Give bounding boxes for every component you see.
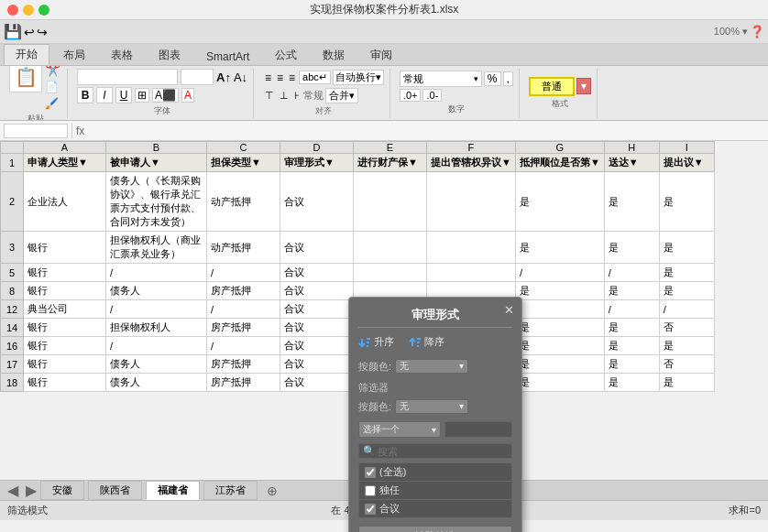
close-button[interactable] xyxy=(7,5,18,16)
cell-I[interactable]: 是 xyxy=(659,232,714,264)
cell-H[interactable]: 是 xyxy=(604,319,659,337)
cell-C[interactable]: / xyxy=(207,337,280,355)
sheet-tab-江苏省[interactable]: 江苏省 xyxy=(203,481,258,500)
cell-A[interactable]: 企业法人 xyxy=(24,172,106,232)
paste-button[interactable]: 📋 xyxy=(9,66,42,92)
cell-G[interactable]: 是 xyxy=(515,355,604,374)
condition-value[interactable] xyxy=(444,421,512,438)
tab-formula[interactable]: 公式 xyxy=(263,45,309,65)
font-color-button[interactable]: A xyxy=(181,88,194,103)
cell-D[interactable]: 合议 xyxy=(280,374,354,392)
add-sheet-button[interactable]: ⊕ xyxy=(259,482,285,500)
align-center[interactable]: ≡ xyxy=(275,70,285,86)
number-format-box[interactable]: 常规 ▾ xyxy=(400,71,482,87)
cell-G[interactable]: / xyxy=(515,300,604,319)
cell-B[interactable]: / xyxy=(106,337,207,355)
format-painter-button[interactable]: 🖌️ xyxy=(44,96,61,111)
cell-B[interactable]: / xyxy=(106,300,207,319)
cell-H[interactable]: 是 xyxy=(604,172,659,232)
cell-C[interactable]: 房产抵押 xyxy=(207,374,280,392)
comma-button[interactable]: , xyxy=(503,71,513,86)
tab-home[interactable]: 开始 xyxy=(4,44,49,65)
valign-middle[interactable]: ⊥ xyxy=(278,88,291,103)
cell-F[interactable] xyxy=(427,172,516,232)
cell-H[interactable]: / xyxy=(604,264,659,282)
cell-G[interactable]: 是 xyxy=(515,319,604,337)
cell-H[interactable]: 是 xyxy=(604,355,659,374)
sort-asc-button[interactable]: 升序 xyxy=(358,335,394,349)
cell-D[interactable]: 合议 xyxy=(280,355,354,374)
increase-decimal[interactable]: .0+ xyxy=(400,89,422,102)
cell-A[interactable]: 典当公司 xyxy=(24,300,106,319)
merge-button[interactable]: 合并▾ xyxy=(325,88,358,103)
cell-G[interactable]: 是 xyxy=(515,374,604,392)
cell-I[interactable]: 否 xyxy=(659,319,714,337)
sheet-nav-left[interactable]: ◀ xyxy=(4,482,22,499)
cell-D[interactable]: 合议 xyxy=(280,337,354,355)
minimize-button[interactable] xyxy=(23,5,34,16)
cell-A[interactable]: 银行 xyxy=(24,355,106,374)
cell-B[interactable]: / xyxy=(106,264,207,282)
tab-chart[interactable]: 图表 xyxy=(147,45,192,65)
cell-H[interactable]: 是 xyxy=(604,232,659,264)
style-arrow[interactable]: ▾ xyxy=(576,78,591,94)
cell-F[interactable]: 提出管辖权异议▼ xyxy=(427,154,516,172)
cell-B[interactable]: 被申请人▼ xyxy=(106,154,207,172)
decrease-decimal[interactable]: .0- xyxy=(422,89,442,102)
cell-I[interactable]: / xyxy=(659,300,714,319)
align-left[interactable]: ≡ xyxy=(263,70,273,86)
cell-A[interactable]: 银行 xyxy=(24,374,106,392)
cell-C[interactable]: / xyxy=(207,264,280,282)
cell-D[interactable]: 合议 xyxy=(280,232,354,264)
cell-C[interactable]: 动产抵押 xyxy=(207,232,280,264)
cell-G[interactable]: / xyxy=(515,264,604,282)
cell-A[interactable]: 银行 xyxy=(24,264,106,282)
cell-H[interactable]: 是 xyxy=(604,282,659,300)
cell-C[interactable]: / xyxy=(207,300,280,319)
cell-B[interactable]: 担保物权利人（商业汇票承兑业务） xyxy=(106,232,207,264)
cell-E[interactable]: 进行财产保▼ xyxy=(354,154,427,172)
cell-F[interactable] xyxy=(427,232,516,264)
window-controls[interactable] xyxy=(7,5,49,16)
cell-A[interactable]: 银行 xyxy=(24,319,106,337)
cell-A[interactable]: 银行 xyxy=(24,282,106,300)
increase-font-button[interactable]: A↑ xyxy=(216,71,231,84)
tab-table[interactable]: 表格 xyxy=(99,45,145,65)
underline-button[interactable]: U xyxy=(115,87,132,103)
tab-review[interactable]: 审阅 xyxy=(358,45,404,65)
cell-B[interactable]: 债务人 xyxy=(106,282,207,300)
color-sort-dropdown[interactable]: 无 ▾ xyxy=(395,359,468,374)
decrease-font-button[interactable]: A↓ xyxy=(234,71,247,84)
cell-G[interactable]: 是 xyxy=(515,282,604,300)
cell-reference[interactable]: K3 xyxy=(4,124,68,138)
qat-redo[interactable]: ↪ xyxy=(37,25,48,39)
filter-checkbox-item[interactable]: 合议 xyxy=(359,500,511,517)
cell-B[interactable]: 债务人 xyxy=(106,374,207,392)
font-name-input[interactable]: 宋体 (正文) xyxy=(77,69,178,85)
tab-layout[interactable]: 布局 xyxy=(51,45,97,65)
checkbox-0[interactable] xyxy=(365,467,376,478)
filter-close-button[interactable]: ✕ xyxy=(504,303,514,317)
valign-bottom[interactable]: ⊦ xyxy=(292,88,302,103)
align-right[interactable]: ≡ xyxy=(287,70,297,86)
maximize-button[interactable] xyxy=(38,5,49,16)
help-icon[interactable]: ❓ xyxy=(750,25,764,38)
clear-filter-button[interactable]: 清除筛选 xyxy=(358,526,512,532)
cell-A[interactable]: 银行 xyxy=(24,337,106,355)
cell-D[interactable]: 合议 xyxy=(280,282,354,300)
filter-checkbox-item[interactable]: (全选) xyxy=(359,463,511,482)
cell-C[interactable]: 担保类型▼ xyxy=(207,154,280,172)
cell-D[interactable]: 合议 xyxy=(280,264,354,282)
cell-I[interactable]: 是 xyxy=(659,282,714,300)
tab-data[interactable]: 数据 xyxy=(311,45,357,65)
cut-button[interactable]: ✂️ xyxy=(44,66,61,78)
cell-C[interactable]: 房产抵押 xyxy=(207,282,280,300)
cell-G[interactable]: 是 xyxy=(515,232,604,264)
cell-G[interactable]: 抵押顺位是否第▼ xyxy=(515,154,604,172)
qat-save[interactable]: 💾 xyxy=(4,23,22,40)
cell-I[interactable]: 否 xyxy=(659,355,714,374)
sheet-nav-right[interactable]: ▶ xyxy=(22,482,40,499)
cell-B[interactable]: 债务人（《长期采购协议》、银行承兑汇票方式支付预付款、合同对方未发货） xyxy=(106,172,207,232)
filter-checkbox-item[interactable]: 独任 xyxy=(359,482,511,500)
cell-H[interactable]: 送达▼ xyxy=(604,154,659,172)
